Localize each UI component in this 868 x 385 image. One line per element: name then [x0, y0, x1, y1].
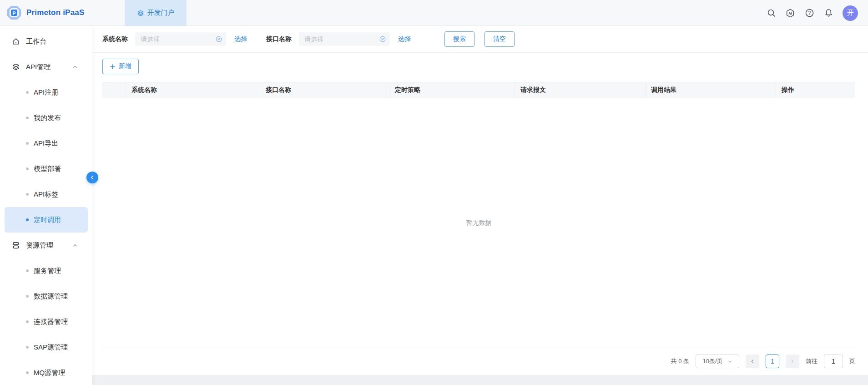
clear-circle-icon[interactable]	[379, 35, 386, 43]
svg-text:P: P	[12, 10, 15, 16]
table-header-interface-name: 接口名称	[260, 82, 389, 98]
top-header: P Primeton iPaaS 开发门户	[0, 0, 868, 26]
sidebar-item-label: 连接器管理	[34, 318, 68, 326]
page-size-select[interactable]: 10条/页	[696, 355, 739, 368]
sidebar-group-resource-management[interactable]: 资源管理	[0, 233, 92, 258]
user-avatar[interactable]: 开	[843, 5, 858, 21]
chevron-up-icon	[72, 243, 78, 248]
chevron-right-icon	[790, 359, 795, 364]
sidebar-group-label: 资源管理	[26, 241, 53, 250]
header-actions: AI ? 开	[766, 0, 868, 26]
interface-select-link[interactable]: 选择	[398, 35, 411, 43]
table-header-request-message: 请求报文	[515, 82, 646, 98]
sidebar-item-label: 定时调用	[34, 216, 61, 224]
sidebar-item-api-tags[interactable]: API标签	[0, 182, 92, 207]
sidebar-item-label: 我的发布	[34, 114, 61, 122]
user-avatar-label: 开	[847, 9, 854, 17]
bullet-icon	[26, 193, 29, 196]
primeton-logo-icon: P	[6, 5, 22, 20]
bullet-icon	[26, 346, 29, 349]
sidebar-item-label: 模型部署	[34, 165, 61, 173]
bullet-icon	[26, 295, 29, 298]
sidebar-item-label: 服务管理	[34, 267, 61, 275]
system-name-input[interactable]	[135, 32, 226, 46]
svg-text:?: ?	[808, 10, 811, 15]
pagination-total: 共 0 条	[671, 357, 689, 365]
sidebar-item-model-deploy[interactable]: 模型部署	[0, 156, 92, 182]
app-root: P Primeton iPaaS 开发门户	[0, 0, 868, 385]
add-button[interactable]: 新增	[102, 59, 139, 74]
search-button[interactable]: 搜索	[444, 31, 474, 47]
sidebar-item-label: 工作台	[26, 37, 46, 46]
sidebar-item-label: 数据源管理	[34, 292, 68, 301]
bullet-icon	[26, 371, 29, 374]
ai-assistant-icon[interactable]: AI	[785, 8, 795, 18]
sidebar-item-scheduled-call[interactable]: 定时调用	[5, 207, 88, 233]
main-content: 系统名称 选择 接口名称 选择	[92, 26, 868, 375]
sidebar-item-api-export[interactable]: API导出	[0, 131, 92, 156]
sidebar-item-sap-source-management[interactable]: SAP源管理	[0, 334, 92, 360]
sidebar-item-label: API导出	[34, 139, 58, 148]
bullet-icon	[26, 218, 29, 221]
goto-label: 前往	[806, 357, 818, 365]
tab-dev-portal-label: 开发门户	[147, 9, 175, 17]
bullet-icon	[26, 117, 29, 119]
sidebar-item-label: API注册	[34, 88, 58, 97]
clear-button[interactable]: 清空	[484, 31, 515, 47]
bullet-icon	[26, 269, 29, 272]
database-icon	[12, 241, 20, 249]
bullet-icon	[26, 167, 29, 170]
search-icon[interactable]	[766, 8, 776, 18]
tab-dev-portal[interactable]: 开发门户	[125, 0, 187, 26]
brand-logo: P Primeton iPaaS	[0, 5, 118, 20]
table-header-schedule-policy: 定时策略	[389, 82, 515, 98]
table-header-row: 系统名称 接口名称 定时策略 请求报文 调用结果 操作	[102, 82, 855, 98]
table-header-actions: 操作	[776, 82, 855, 98]
chevron-left-icon	[750, 359, 755, 364]
interface-name-input[interactable]	[299, 32, 390, 46]
sidebar-item-mq-source-management[interactable]: MQ源管理	[0, 360, 92, 385]
bullet-icon	[26, 142, 29, 145]
bullet-icon	[26, 320, 29, 323]
filter-bar: 系统名称 选择 接口名称 选择	[92, 26, 868, 53]
sidebar-item-label: API标签	[34, 190, 58, 199]
plus-icon	[110, 64, 116, 70]
table-header-expand	[102, 82, 126, 98]
sidebar-collapse-button[interactable]	[86, 172, 98, 183]
table-header-call-result: 调用结果	[646, 82, 776, 98]
sidebar-item-workbench[interactable]: 工作台	[0, 29, 92, 54]
sidebar-item-api-register[interactable]: API注册	[0, 80, 92, 105]
sidebar-item-my-publish[interactable]: 我的发布	[0, 105, 92, 131]
chevron-up-icon	[72, 64, 78, 70]
sidebar-item-label: SAP源管理	[34, 343, 68, 352]
add-button-label: 新增	[119, 62, 131, 71]
sidebar-group-api-management[interactable]: API管理	[0, 54, 92, 80]
help-icon[interactable]: ?	[804, 8, 814, 18]
chevron-left-icon	[89, 174, 96, 181]
bullet-icon	[26, 91, 29, 94]
goto-page-input[interactable]	[824, 355, 843, 368]
prev-page-button[interactable]	[746, 355, 759, 368]
sidebar-item-service-management[interactable]: 服务管理	[0, 258, 92, 284]
layers-icon	[12, 63, 20, 71]
system-name-label: 系统名称	[102, 35, 128, 43]
next-page-button[interactable]	[786, 355, 799, 368]
sidebar-item-connector-management[interactable]: 连接器管理	[0, 309, 92, 334]
system-select-link[interactable]: 选择	[234, 35, 247, 43]
sidebar-nav: 工作台 API管理 API注册 我的发布 API导出	[0, 26, 92, 385]
filter-buttons: 搜索 清空	[444, 31, 515, 47]
page-unit-label: 页	[849, 357, 855, 365]
table-empty-body: 暂无数据	[102, 98, 855, 348]
layers-icon	[137, 10, 144, 17]
interface-name-label: 接口名称	[266, 35, 292, 43]
chevron-down-icon	[727, 359, 732, 364]
clear-circle-icon[interactable]	[215, 35, 222, 43]
page-size-value: 10条/页	[702, 357, 722, 365]
sidebar-item-label: MQ源管理	[34, 369, 65, 377]
table-header-system-name: 系统名称	[126, 82, 260, 98]
interface-name-field-wrap	[299, 32, 390, 46]
sidebar-item-datasource-management[interactable]: 数据源管理	[0, 284, 92, 309]
pagination-bar: 共 0 条 10条/页 1 前	[102, 348, 855, 375]
current-page-button[interactable]: 1	[766, 355, 779, 368]
notifications-bell-icon[interactable]	[823, 8, 833, 18]
